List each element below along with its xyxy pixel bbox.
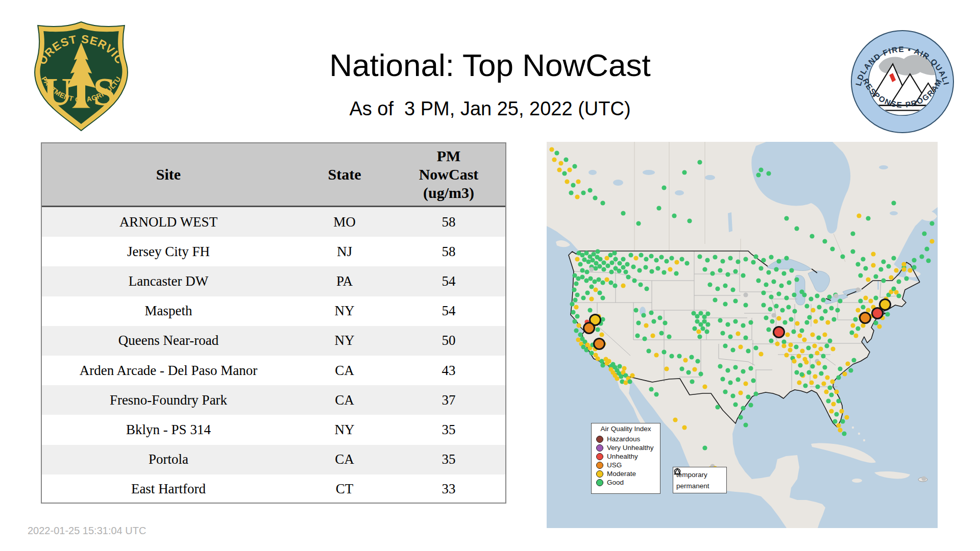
monitor-site-dot: [604, 256, 609, 260]
monitor-site-dot: [605, 263, 610, 268]
monitor-site-dot: [649, 254, 653, 258]
monitor-site-dot: [557, 167, 561, 172]
aqi-legend-label: Hazardous: [607, 435, 640, 443]
monitor-site-dot: [683, 358, 688, 362]
monitor-site-dot: [733, 298, 738, 303]
monitor-site-dot: [871, 263, 875, 267]
monitor-site-dot: [816, 361, 821, 365]
monitor-site-dot: [825, 375, 829, 380]
monitor-site-dot: [589, 350, 594, 355]
monitor-site-dot: [662, 270, 666, 274]
monitor-site-dot: [589, 267, 594, 271]
monitor-site-dot: [704, 329, 709, 334]
monitor-site-dot: [617, 268, 621, 273]
aqi-legend-label: Unhealthy: [607, 453, 638, 460]
monitor-site-dot: [810, 234, 814, 238]
monitor-site-dot: [832, 419, 837, 423]
monitor-site-dot: [578, 262, 582, 266]
monitor-site-dot: [849, 330, 854, 335]
monitor-site-dot: [794, 344, 798, 349]
column-header-pm-nowcast: PMNowCast(ug/m3): [394, 147, 503, 202]
monitor-site-dot: [730, 347, 735, 352]
monitor-site-dot: [829, 392, 834, 397]
monitor-site-dot: [761, 258, 766, 262]
monitor-site-dot: [908, 268, 912, 272]
monitor-site-dot: [855, 308, 860, 312]
monitor-site-dot: [873, 295, 878, 300]
monitor-site-dot: [581, 190, 585, 195]
monitor-site-dot: [776, 316, 781, 320]
monitor-site-dot: [674, 260, 679, 264]
monitor-site-dot: [817, 305, 821, 309]
monitor-site-dot: [774, 267, 778, 271]
monitor-site-dot: [904, 276, 909, 281]
monitor-site-dot: [572, 164, 577, 168]
monitor-site-dot: [639, 253, 643, 257]
monitor-site-dot: [838, 366, 842, 371]
monitor-site-dot: [690, 379, 694, 384]
monitor-site-dot: [741, 369, 745, 373]
monitor-site-dot: [912, 258, 916, 262]
monitor-site-dot: [829, 409, 834, 413]
monitor-site-dot: [723, 389, 727, 394]
monitor-site-dot: [584, 278, 589, 283]
monitor-site-dot: [901, 262, 906, 266]
monitor-site-dot: [821, 297, 825, 302]
monitor-site-dot: [689, 355, 694, 359]
monitor-site-dot: [838, 298, 842, 303]
monitor-site-dot: [644, 257, 648, 261]
monitor-site-dot: [638, 282, 643, 287]
monitor-site-dot: [588, 276, 593, 281]
monitor-site-dot: [811, 308, 815, 312]
monitor-site-dot: [850, 231, 855, 236]
monitor-site-dot: [657, 315, 662, 320]
monitor-site-dot: [786, 305, 791, 309]
monitor-site-dot: [636, 320, 641, 325]
monitor-site-dot: [558, 161, 563, 165]
monitor-site-dot: [758, 266, 763, 270]
monitor-site-dot: [836, 398, 841, 403]
marker-legend-label: permanent: [676, 482, 709, 490]
monitor-site-dot: [599, 359, 604, 363]
monitor-site-dot: [802, 337, 806, 342]
monitor-site-dot: [922, 231, 926, 236]
table-row: ARNOLD WESTMO58: [42, 207, 505, 237]
cell-site: Fresno-Foundry Park: [42, 392, 295, 408]
monitor-site-dot: [866, 216, 870, 220]
pm-header-line: PM: [394, 147, 503, 165]
aqi-swatch-icon: [596, 479, 603, 486]
monitor-site-dot: [650, 333, 655, 338]
monitor-site-dot: [830, 246, 835, 251]
cell-pm-nowcast: 37: [394, 392, 503, 408]
monitor-site-dot: [921, 476, 926, 481]
monitor-site-dot: [792, 359, 796, 363]
marker-legend: temporary permanent: [673, 467, 727, 493]
cell-state: NJ: [295, 244, 394, 260]
monitor-site-dot: [797, 333, 802, 338]
monitor-site-dot: [756, 278, 761, 283]
marker-legend-temporary: temporary: [676, 469, 726, 480]
monitor-site-dot: [771, 313, 776, 317]
monitor-site-dot: [821, 354, 825, 358]
monitor-site-dot: [764, 315, 768, 320]
monitor-site-dot: [725, 368, 730, 372]
monitor-site-dot: [715, 286, 720, 291]
aqi-legend: Air Quality Index HazardousVery Unhealth…: [591, 423, 660, 494]
monitor-site-dot: [682, 170, 687, 174]
monitor-site-dot: [679, 366, 684, 371]
top-site-marker: [774, 327, 785, 338]
column-header-state: State: [295, 165, 394, 184]
monitor-site-dot: [715, 405, 720, 409]
monitor-site-dot: [741, 323, 745, 328]
monitor-site-dot: [625, 262, 629, 266]
monitor-site-dot: [794, 277, 799, 282]
cell-site: Queens Near-road: [42, 333, 295, 348]
monitor-site-dot: [748, 403, 753, 407]
monitor-site-dot: [580, 274, 584, 279]
monitor-site-dot: [604, 277, 609, 282]
monitor-site-dot: [597, 264, 602, 268]
pm-header-line: NowCast: [394, 165, 503, 184]
monitor-site-dot: [554, 151, 559, 155]
monitor-site-dot: [590, 258, 595, 262]
cell-pm-nowcast: 58: [394, 244, 503, 260]
